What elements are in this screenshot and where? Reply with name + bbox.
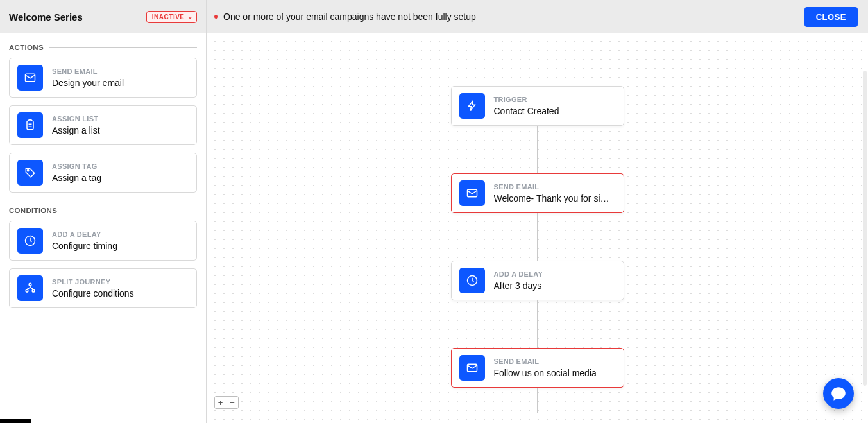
action-label: ASSIGN LIST (52, 115, 100, 123)
node-email-social[interactable]: SEND EMAIL Follow us on social media (451, 348, 624, 388)
node-label: ADD A DELAY (494, 270, 543, 278)
node-label: TRIGGER (494, 96, 559, 103)
node-trigger[interactable]: TRIGGER Contact Created (451, 86, 624, 126)
clock-icon (459, 268, 485, 293)
action-label: SPLIT JOURNEY (52, 278, 134, 286)
status-pill[interactable]: INACTIVE ⌄ (146, 11, 197, 23)
node-email-welcome[interactable]: SEND EMAIL Welcome- Thank you for sig... (451, 173, 624, 213)
bottom-bar (0, 419, 31, 423)
action-desc: Configure timing (52, 241, 117, 251)
mail-icon (17, 65, 43, 91)
condition-add-delay[interactable]: ADD A DELAY Configure timing (9, 221, 197, 261)
node-desc: Follow us on social media (494, 368, 597, 378)
node-label: SEND EMAIL (494, 358, 597, 365)
action-desc: Design your email (52, 78, 124, 88)
actions-label: ACTIONS (9, 44, 44, 51)
clock-icon (17, 228, 43, 254)
alert-dot-icon (214, 15, 218, 19)
node-desc: Welcome- Thank you for sig... (494, 193, 609, 203)
connector-line (537, 213, 538, 261)
chevron-down-icon: ⌄ (187, 13, 193, 20)
node-desc: Contact Created (494, 106, 559, 116)
action-label: ASSIGN TAG (52, 162, 101, 170)
section-header-actions: ACTIONS (9, 44, 197, 51)
divider-line (62, 211, 197, 211)
action-assign-list[interactable]: ASSIGN LIST Assign a list (9, 105, 197, 145)
divider-line (49, 47, 197, 48)
sidebar: ACTIONS SEND EMAIL Design your email ASS… (0, 33, 207, 423)
conditions-label: CONDITIONS (9, 207, 57, 214)
alert-text: One or more of your email campaigns have… (223, 12, 476, 22)
connector-line (537, 388, 538, 413)
status-text: INACTIVE (152, 13, 185, 21)
node-label: SEND EMAIL (494, 183, 609, 191)
action-desc: Assign a list (52, 125, 100, 135)
bolt-icon (459, 93, 485, 119)
action-label: SEND EMAIL (52, 67, 124, 75)
action-assign-tag[interactable]: ASSIGN TAG Assign a tag (9, 153, 197, 193)
zoom-in-button[interactable]: + (215, 397, 226, 408)
zoom-controls: + − (214, 396, 239, 409)
mail-icon (459, 355, 485, 381)
tag-icon (17, 160, 43, 186)
journey-title: Welcome Series (9, 12, 83, 22)
split-icon (17, 275, 43, 301)
close-button[interactable]: CLOSE (804, 7, 858, 27)
action-desc: Configure conditions (52, 288, 134, 298)
section-header-conditions: CONDITIONS (9, 207, 197, 214)
setup-alert: One or more of your email campaigns have… (214, 12, 476, 22)
action-label: ADD A DELAY (52, 230, 117, 238)
clipboard-icon (17, 112, 43, 138)
node-desc: After 3 days (494, 281, 543, 291)
action-desc: Assign a tag (52, 173, 101, 183)
vertical-scrollbar[interactable] (863, 71, 867, 386)
chat-launcher[interactable] (823, 378, 854, 409)
connector-line (537, 300, 538, 348)
canvas-area[interactable]: TRIGGER Contact Created SEND EMAIL Welco… (207, 33, 868, 423)
connector-line (537, 126, 538, 173)
zoom-out-button[interactable]: − (226, 397, 238, 408)
action-send-email[interactable]: SEND EMAIL Design your email (9, 58, 197, 98)
condition-split-journey[interactable]: SPLIT JOURNEY Configure conditions (9, 268, 197, 308)
node-delay[interactable]: ADD A DELAY After 3 days (451, 261, 624, 300)
mail-icon (459, 180, 485, 206)
chat-icon (830, 385, 847, 402)
